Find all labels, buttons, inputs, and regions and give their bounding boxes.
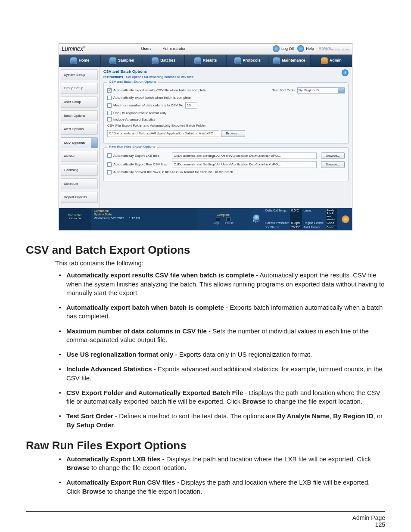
auto-export-csv-checkbox[interactable]: Automatically export results CSV file wh…: [107, 88, 206, 93]
group-legend: CSV and Batch Export Options: [107, 80, 158, 84]
home-icon: [70, 57, 77, 64]
feature-item: Maximum number of data columns in CSV fi…: [65, 327, 385, 345]
eject-icon: [253, 215, 259, 220]
checkbox-icon: [107, 103, 112, 108]
sidebar-licensing[interactable]: Licensing: [61, 165, 98, 176]
system-state: Command: System State: Wednesday 5/23/20…: [91, 208, 197, 230]
pause-button[interactable]: [226, 217, 230, 221]
checkbox-icon: [107, 153, 112, 158]
sidebar-archive[interactable]: Archive: [61, 151, 98, 162]
tab-home[interactable]: Home: [59, 55, 101, 67]
app-header: Luminex® User: Administrator Log Off Hel…: [59, 44, 352, 55]
sidebar-schedule[interactable]: Schedule: [61, 178, 98, 190]
auto-export-batch-checkbox[interactable]: Automatically export batch when batch is…: [107, 96, 191, 100]
warning-indicator[interactable]: [339, 208, 352, 230]
app-screenshot: Luminex® User: Administrator Log Off Hel…: [59, 43, 352, 230]
browse-button[interactable]: Browse...: [221, 130, 245, 137]
checkbox-icon: [107, 96, 112, 100]
test-sort-order-select[interactable]: By Region ID: [297, 87, 345, 93]
page-footer: Admin Page125: [26, 511, 385, 528]
instrument-stats: Delta Cal Temp:0.0°C Laser:Ready: 3 hr 9…: [264, 208, 339, 230]
tab-protocols[interactable]: Protocols: [227, 55, 268, 67]
advanced-stats-checkbox[interactable]: Include Advanced Statistics: [107, 117, 155, 121]
export-runcsv-checkbox[interactable]: Automatically Export Run CSV files: [107, 162, 168, 167]
status-bar: Connected DeVrtx Ok Command: System Stat…: [59, 208, 352, 230]
warning-icon: [342, 215, 349, 223]
sidebar-report-options[interactable]: Report Options: [61, 192, 98, 203]
max-columns-checkbox[interactable]: Maximum number of data columns in CSV fi…: [107, 103, 183, 108]
feature-item: Test Sort Order - Defines a method to so…: [65, 412, 385, 429]
sidebar-batch-options[interactable]: Batch Options: [61, 110, 98, 121]
protocols-icon: [234, 57, 241, 64]
feature-list: Automatically export results CSV file wh…: [65, 271, 385, 429]
logoff-icon: [273, 45, 280, 52]
main-nav: Home Samples Batches Results Protocols M…: [59, 55, 352, 67]
feature-item: Automatically export results CSV file wh…: [65, 271, 385, 297]
us-format-checkbox[interactable]: Use US regionalization format only: [107, 111, 166, 115]
logoff-button[interactable]: Log Off: [273, 45, 294, 52]
tab-maintenance[interactable]: Maintenance: [268, 55, 310, 67]
feature-list: Automatically Export LXB files - Display…: [65, 455, 385, 496]
tab-batches[interactable]: Batches: [143, 55, 185, 67]
connection-status: Connected DeVrtx Ok: [59, 208, 91, 230]
product-logo: xPONENTSOFTWARE SOLUTIONS: [319, 47, 349, 50]
lxb-path-input[interactable]: C:\Documents and Settings\All Users\Appl…: [172, 152, 317, 159]
tab-results[interactable]: Results: [185, 55, 227, 67]
sidebar-system-setup[interactable]: System Setup: [61, 69, 98, 81]
browse-button[interactable]: Browse...: [321, 152, 345, 159]
batches-icon: [152, 57, 159, 64]
sidebar-user-setup[interactable]: User Setup: [61, 96, 98, 108]
checkbox-icon: [107, 117, 112, 121]
feature-item: Include Advanced Statistics - Exports ad…: [65, 365, 385, 383]
export-folder-label: CSV File Export Folder and Automatically…: [107, 124, 207, 128]
info-icon[interactable]: i: [342, 69, 349, 76]
playback-controls: Complete StopPause: [197, 208, 249, 230]
eject-control[interactable]: Eject: [249, 208, 264, 230]
export-folder-input[interactable]: C:\Documents and Settings\All Users\Appl…: [107, 130, 219, 137]
feature-item: Automatically Export Run CSV files - Dis…: [65, 478, 385, 496]
csv-batch-export-group: CSV and Batch Export Options Automatical…: [103, 82, 349, 143]
samples-icon: [109, 57, 116, 64]
feature-item: CSV Export Folder and Automatically Expo…: [65, 389, 385, 406]
auto-convert-checkbox[interactable]: Automatically convert the raw run files …: [107, 170, 233, 174]
feature-item: Use US regionalization format only - Exp…: [65, 350, 385, 359]
browse-button[interactable]: Browse...: [321, 161, 345, 168]
section-heading: Raw Run Files Export Options: [26, 439, 385, 452]
sidebar-csv-options[interactable]: CSV Options: [61, 137, 98, 149]
max-columns-input[interactable]: 10: [185, 102, 197, 109]
user-info: User: Administrator: [141, 47, 186, 51]
raw-run-export-group: Raw Run Files Export Options Automatical…: [103, 147, 349, 181]
runcsv-path-input[interactable]: C:\Documents and Settings\All Users\Appl…: [172, 161, 317, 168]
section-intro: This tab contains the following:: [55, 259, 385, 267]
results-icon: [194, 57, 201, 64]
help-button[interactable]: Help: [297, 45, 314, 52]
checkbox-icon: [107, 88, 112, 93]
group-legend: Raw Run Files Export Options: [107, 145, 157, 149]
stop-button[interactable]: [216, 217, 220, 221]
admin-sidebar: System Setup Group Setup User Setup Batc…: [59, 67, 100, 208]
brand-logo: Luminex®: [62, 45, 85, 53]
checkbox-icon: [107, 111, 112, 115]
sidebar-group-setup[interactable]: Group Setup: [61, 83, 98, 94]
tab-samples[interactable]: Samples: [101, 55, 143, 67]
section-heading: CSV and Batch Export Options: [26, 243, 385, 257]
feature-item: Automatically export batch when batch is…: [65, 303, 385, 321]
maintenance-icon: [273, 57, 280, 64]
help-icon: [297, 45, 304, 52]
tab-admin[interactable]: Admin: [311, 55, 352, 67]
panel-title: CSV and Batch Options: [103, 69, 193, 74]
checkbox-icon: [107, 162, 112, 167]
feature-item: Automatically Export LXB files - Display…: [65, 455, 385, 473]
checkbox-icon: [107, 170, 112, 174]
test-sort-order-label: Test Sort Order: [272, 88, 296, 93]
sidebar-alert-options[interactable]: Alert Options: [61, 124, 98, 135]
settings-panel: CSV and Batch Options Instructions Set o…: [100, 67, 352, 208]
panel-instructions: Instructions Set options for exporting b…: [103, 75, 193, 79]
export-lxb-checkbox[interactable]: Automatically Export LXB files: [107, 153, 168, 158]
admin-icon: [321, 57, 328, 64]
